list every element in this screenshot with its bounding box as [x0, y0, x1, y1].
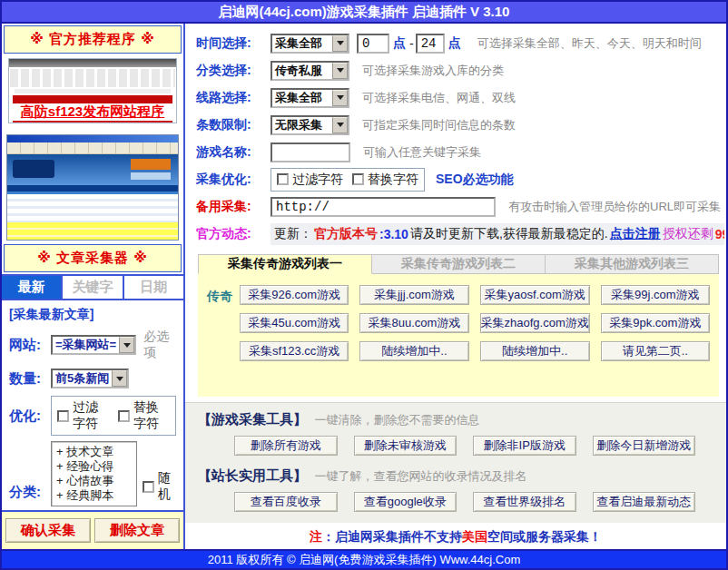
thumb-site-logo — [13, 160, 54, 178]
collect-game-button[interactable]: 采集9pk.com游戏 — [601, 313, 710, 333]
random-checkbox[interactable] — [143, 481, 154, 493]
note-mid: ：启迪网采集插件不支持 — [322, 529, 462, 544]
game-name-input[interactable] — [271, 142, 350, 162]
promo-site-link[interactable]: 高防sf123发布网站程序 — [9, 103, 176, 121]
random-option[interactable]: 随机 — [143, 470, 176, 503]
check-world-rank-button[interactable]: 查看世界级排名 — [473, 492, 576, 512]
filter-chars-label-main: 过滤字符 — [292, 172, 343, 188]
tab-latest[interactable]: 最新 — [2, 276, 61, 299]
chevron-down-icon — [337, 123, 344, 127]
collect-game-button[interactable]: 陆续增加中.. — [359, 341, 468, 361]
hour-to-unit: 点 — [448, 35, 461, 52]
limit-select-arrow-button[interactable] — [332, 117, 348, 133]
category-listbox[interactable]: + 技术文章 + 经验心得 + 心情故事 + 经典脚本 — [51, 441, 137, 506]
count-select-arrow-button[interactable] — [112, 370, 127, 387]
thumb-site-navbar — [7, 185, 178, 192]
thumb-table-yellow-rows — [7, 222, 178, 241]
line-hint: 可选择采集电信、网通、双线 — [362, 90, 516, 106]
main-panel: 时间选择: 采集全部 点 - 点 可选择采集全部、昨天、今天、明天和时间 分类选… — [185, 24, 726, 549]
check-qidi-news-button[interactable]: 查看启迪最新动态 — [593, 492, 696, 512]
collect-game-button[interactable]: 请见第二页.. — [601, 341, 710, 361]
backup-row: 备用采集: 有攻击时输入管理员给你的URL即可采集 — [196, 196, 726, 217]
delete-all-games-button[interactable]: 删除所有游戏 — [234, 436, 338, 456]
check-google-index-button[interactable]: 查看google收录 — [354, 492, 457, 512]
filter-chars-option-main[interactable]: 过滤字符 — [277, 172, 343, 188]
webmaster-tools-title: 【站长实用工具】 — [198, 467, 307, 483]
replace-chars-label: 替换字符 — [133, 399, 170, 432]
game-name-label: 游戏名称: — [196, 144, 271, 161]
delete-non-ip-games-button[interactable]: 删除非IP版游戏 — [473, 436, 576, 456]
site-select-value: =采集网站= — [53, 337, 119, 353]
site-select-arrow-button[interactable] — [119, 337, 134, 353]
filter-chars-checkbox[interactable] — [57, 410, 69, 422]
check-baidu-index-button[interactable]: 查看百度收录 — [234, 492, 338, 512]
tab-date[interactable]: 日期 — [123, 276, 183, 299]
thumbnail-links-grid — [10, 69, 175, 87]
category-item[interactable]: + 经验心得 — [56, 459, 132, 474]
game-list-tab-3[interactable]: 采集其他游戏列表三 — [546, 254, 719, 274]
collect-game-button[interactable]: 陆续增加中.. — [480, 341, 590, 361]
game-category-select[interactable]: 传奇私服 — [271, 61, 349, 81]
replace-chars-option-main[interactable]: 替换字符 — [352, 172, 418, 188]
game-list-tab-2[interactable]: 采集传奇游戏列表二 — [372, 254, 546, 274]
backup-url-input[interactable] — [271, 197, 496, 217]
collect-game-button[interactable]: 采集yaosf.com游戏 — [480, 285, 590, 305]
replace-chars-checkbox[interactable] — [118, 410, 130, 422]
filter-chars-checkbox-main[interactable] — [277, 173, 289, 185]
collector-site-thumbnail[interactable] — [6, 134, 179, 241]
site-select[interactable]: =采集网站= — [51, 335, 136, 355]
delete-articles-button[interactable]: 删除文章 — [94, 518, 180, 543]
category-item[interactable]: + 技术文章 — [56, 445, 132, 459]
tab-keyword[interactable]: 关键字 — [61, 276, 122, 299]
promo-banner: ※ 官方推荐程序 ※ — [4, 25, 182, 54]
collect-game-button[interactable]: 采集926.com游戏 — [240, 285, 349, 305]
line-select[interactable]: 采集全部 — [271, 88, 349, 108]
replace-chars-checkbox-main[interactable] — [352, 173, 364, 185]
register-link[interactable]: 点击注册 — [610, 226, 661, 242]
collect-optimize-label: 采集优化: — [196, 172, 271, 188]
news-row: 官方动态: 更新： 官方版本号 :3.10 请及时更新下载,获得最新最稳定的. … — [196, 223, 726, 244]
game-list-tab-1[interactable]: 采集传奇游戏列表一 — [198, 254, 372, 274]
category-label: 分类: — [9, 484, 51, 501]
category-select-arrow-button[interactable] — [332, 63, 348, 79]
time-select[interactable]: 采集全部 — [271, 34, 349, 54]
collect-game-button[interactable]: 采集zhaofg.com游戏 — [480, 313, 590, 333]
category-item[interactable]: + 经典脚本 — [56, 488, 132, 503]
limit-hint: 可指定采集同时间信息的条数 — [362, 117, 516, 133]
news-label: 官方动态: — [196, 226, 271, 242]
collect-game-button[interactable]: 采集45u.com游戏 — [240, 313, 349, 333]
delete-today-games-button[interactable]: 删除今日新增游戏 — [593, 436, 696, 456]
tools-area: 【游戏采集工具】 一键清除，删除您不需要的信息 删除所有游戏 删除未审核游戏 删… — [185, 402, 726, 523]
collect-game-button[interactable]: 采集jjj.com游戏 — [359, 285, 468, 305]
legend-label: 传奇 — [207, 289, 232, 305]
game-list-panel: 传奇 采集926.com游戏 采集jjj.com游戏 采集yaosf.com游戏… — [198, 274, 719, 397]
filter-chars-option[interactable]: 过滤字符 — [57, 399, 109, 432]
category-row: 分类: + 技术文章 + 经验心得 + 心情故事 + 经典脚本 随机 — [2, 439, 183, 510]
news-strip: 更新： 官方版本号 :3.10 请及时更新下载,获得最新最稳定的. 点击注册 授… — [271, 223, 724, 245]
promo-site-thumbnail[interactable]: 高防sf123发布网站程序 — [8, 58, 177, 123]
collect-game-button[interactable]: 采集sf123.cc游戏 — [240, 341, 349, 361]
game-name-row: 游戏名称: 可输入任意关键字采集 — [196, 142, 726, 162]
optimize-options-box: 过滤字符 替换字符 — [51, 396, 176, 436]
replace-chars-option[interactable]: 替换字符 — [118, 399, 170, 432]
site-label: 网站: — [9, 337, 51, 354]
collect-game-button[interactable]: 采集99j.com游戏 — [601, 285, 710, 305]
game-tools-header: 【游戏采集工具】 一键清除，删除您不需要的信息 — [198, 408, 719, 431]
collect-game-button[interactable]: 采集8uu.com游戏 — [359, 313, 468, 333]
webmaster-tools-header: 【站长实用工具】 一键了解，查看您网站的收录情况及排名 — [198, 465, 719, 487]
limit-select[interactable]: 无限采集 — [271, 115, 349, 135]
app-window: 启迪网(44cj.com)游戏采集插件 启迪插件 V 3.10 ※ 官方推荐程序… — [0, 0, 728, 570]
time-select-arrow-button[interactable] — [332, 35, 348, 52]
category-item[interactable]: + 心情故事 — [56, 474, 132, 488]
hour-from-input[interactable] — [357, 34, 389, 54]
confirm-collect-button[interactable]: 确认采集 — [5, 518, 91, 543]
limit-row: 条数限制: 无限采集 可指定采集同时间信息的条数 — [196, 114, 726, 135]
category-hint: 可选择采集游戏入库的分类 — [362, 63, 504, 79]
thumb-site-banner — [131, 159, 171, 170]
hour-to-input[interactable] — [416, 34, 445, 54]
category-select-label: 分类选择: — [196, 63, 271, 79]
count-select[interactable]: 前5条新闻 — [51, 369, 129, 388]
delete-unreviewed-games-button[interactable]: 删除未审核游戏 — [354, 436, 457, 456]
line-select-arrow-button[interactable] — [332, 90, 348, 106]
replace-chars-label-main: 替换字符 — [368, 172, 418, 188]
